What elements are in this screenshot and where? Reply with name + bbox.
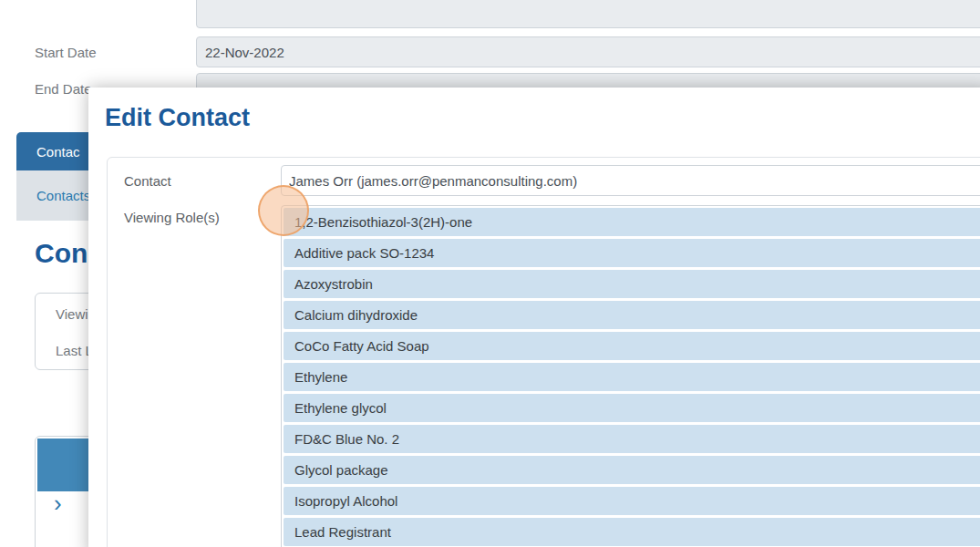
sidebar-item-contacts-label: Contacts (36, 188, 90, 203)
role-option[interactable]: Ethylene glycol (284, 394, 980, 422)
chevron-right-icon[interactable]: › (54, 491, 62, 515)
start-date-field[interactable]: 22-Nov-2022 (196, 36, 980, 67)
viewing-roles-label: Viewing Role(s) (124, 210, 220, 225)
role-option[interactable]: Calcium dihydroxide (284, 301, 980, 329)
viewing-summary-label: Viewi (56, 306, 88, 322)
screen: { "background": { "start_date_label": "S… (0, 0, 980, 547)
page-title: Con (35, 238, 88, 269)
role-option[interactable]: 1,2-Benzisothiazol-3(2H)-one (284, 208, 980, 236)
avatar-placeholder-icon (37, 439, 90, 491)
edit-contact-modal: Edit Contact Contact Viewing Role(s) 1,2… (88, 88, 980, 547)
viewing-roles-select[interactable]: 1,2-Benzisothiazol-3(2H)-oneAdditive pac… (281, 205, 980, 547)
role-option[interactable]: Ethylene (284, 363, 980, 391)
role-option[interactable]: Glycol package (284, 456, 980, 484)
end-date-label: End Date (35, 81, 92, 97)
last-login-summary-label: Last L (56, 343, 93, 358)
role-option[interactable]: Isopropyl Alcohol (284, 487, 980, 515)
modal-title: Edit Contact (105, 104, 250, 132)
start-date-label: Start Date (35, 45, 97, 60)
role-option[interactable]: FD&C Blue No. 2 (284, 425, 980, 453)
top-cropped-field[interactable] (196, 0, 980, 28)
contact-label: Contact (124, 173, 171, 189)
role-option[interactable]: CoCo Fatty Acid Soap (284, 332, 980, 360)
role-option[interactable]: Additive pack SO-1234 (284, 239, 980, 267)
role-option[interactable]: Lead Registrant (284, 518, 980, 546)
role-option[interactable]: Azoxystrobin (284, 270, 980, 298)
edit-contact-form: Contact Viewing Role(s) 1,2-Benzisothiaz… (107, 157, 980, 547)
contact-input[interactable] (281, 165, 980, 196)
